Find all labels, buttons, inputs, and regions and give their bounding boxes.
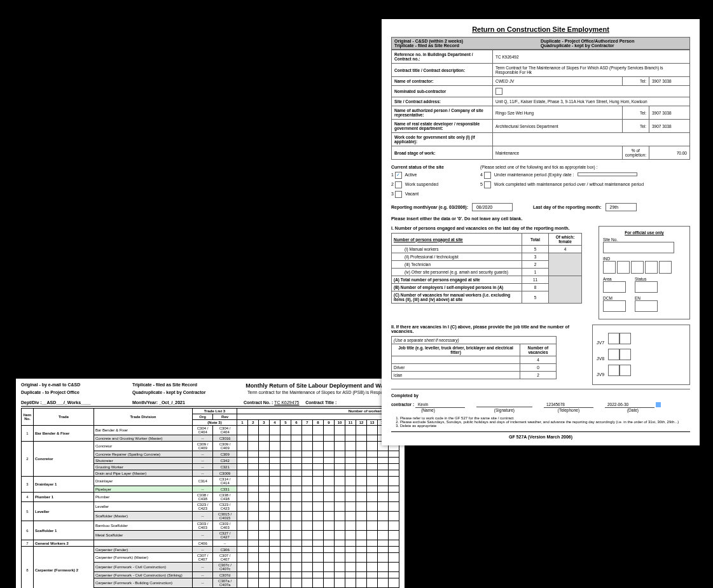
day-cell[interactable] (280, 540, 291, 547)
day-cell[interactable] (302, 540, 313, 547)
day-cell[interactable] (248, 512, 259, 521)
day-cell[interactable] (280, 435, 291, 442)
day-cell[interactable] (335, 521, 345, 531)
day-cell[interactable] (378, 477, 389, 486)
day-cell[interactable] (302, 458, 313, 464)
day-cell[interactable] (313, 451, 324, 458)
day-cell[interactable] (313, 477, 324, 486)
day-cell[interactable] (345, 572, 356, 578)
day-cell[interactable] (356, 578, 367, 588)
day-cell[interactable] (367, 464, 378, 470)
day-cell[interactable] (270, 572, 280, 578)
day-cell[interactable] (367, 578, 378, 588)
day-cell[interactable] (302, 464, 313, 470)
day-cell[interactable] (270, 426, 280, 435)
day-cell[interactable] (237, 464, 248, 470)
day-cell[interactable] (378, 547, 389, 553)
day-cell[interactable] (302, 553, 313, 563)
day-cell[interactable] (367, 442, 378, 451)
day-cell[interactable] (237, 572, 248, 578)
day-cell[interactable] (313, 493, 324, 502)
day-cell[interactable] (356, 426, 367, 435)
day-cell[interactable] (345, 470, 356, 477)
day-cell[interactable] (389, 464, 399, 470)
day-cell[interactable] (237, 470, 248, 477)
day-cell[interactable] (237, 578, 248, 588)
day-cell[interactable] (356, 470, 367, 477)
day-cell[interactable] (291, 572, 302, 578)
day-cell[interactable] (302, 442, 313, 451)
day-cell[interactable] (389, 521, 399, 531)
day-cell[interactable] (335, 458, 345, 464)
day-cell[interactable] (367, 540, 378, 547)
day-cell[interactable] (335, 531, 345, 540)
day-cell[interactable] (335, 493, 345, 502)
day-cell[interactable] (270, 521, 280, 531)
day-cell[interactable] (248, 442, 259, 451)
day-cell[interactable] (378, 521, 389, 531)
day-cell[interactable] (356, 563, 367, 572)
day-cell[interactable] (237, 486, 248, 493)
chk-susp[interactable] (395, 181, 402, 188)
comp-date[interactable]: 2022-06-30 (605, 402, 654, 408)
day-cell[interactable] (248, 470, 259, 477)
day-cell[interactable] (270, 442, 280, 451)
day-cell[interactable] (302, 502, 313, 512)
day-cell[interactable] (389, 493, 399, 502)
day-cell[interactable] (270, 553, 280, 563)
day-cell[interactable] (291, 451, 302, 458)
day-cell[interactable] (291, 470, 302, 477)
day-cell[interactable] (356, 493, 367, 502)
day-cell[interactable] (302, 470, 313, 477)
day-cell[interactable] (302, 512, 313, 521)
day-cell[interactable] (237, 512, 248, 521)
day-cell[interactable] (270, 563, 280, 572)
day-cell[interactable] (237, 540, 248, 547)
day-cell[interactable] (291, 458, 302, 464)
day-cell[interactable] (313, 486, 324, 493)
day-cell[interactable] (259, 578, 270, 588)
day-cell[interactable] (335, 563, 345, 572)
day-cell[interactable] (302, 493, 313, 502)
day-cell[interactable] (291, 547, 302, 553)
day-cell[interactable] (248, 547, 259, 553)
day-cell[interactable] (291, 435, 302, 442)
day-cell[interactable] (259, 470, 270, 477)
day-cell[interactable] (291, 442, 302, 451)
day-cell[interactable] (291, 521, 302, 531)
day-cell[interactable] (345, 464, 356, 470)
day-cell[interactable] (248, 563, 259, 572)
day-cell[interactable] (313, 563, 324, 572)
day-cell[interactable] (356, 442, 367, 451)
day-cell[interactable] (389, 540, 399, 547)
off-site-box[interactable] (603, 242, 674, 253)
day-cell[interactable] (248, 493, 259, 502)
day-cell[interactable] (356, 502, 367, 512)
day-cell[interactable] (324, 547, 335, 553)
calendar-icon[interactable] (656, 402, 661, 407)
day-cell[interactable] (367, 553, 378, 563)
day-cell[interactable] (313, 572, 324, 578)
day-cell[interactable] (291, 553, 302, 563)
day-cell[interactable] (335, 572, 345, 578)
expiry-input[interactable] (578, 172, 637, 176)
day-cell[interactable] (324, 451, 335, 458)
day-cell[interactable] (291, 563, 302, 572)
day-cell[interactable] (367, 512, 378, 521)
day-cell[interactable] (389, 553, 399, 563)
day-cell[interactable] (280, 547, 291, 553)
day-cell[interactable] (280, 578, 291, 588)
day-cell[interactable] (324, 477, 335, 486)
day-cell[interactable] (313, 547, 324, 553)
day-cell[interactable] (237, 435, 248, 442)
day-cell[interactable] (280, 426, 291, 435)
day-cell[interactable] (345, 521, 356, 531)
day-cell[interactable] (313, 553, 324, 563)
day-cell[interactable] (248, 553, 259, 563)
day-cell[interactable] (280, 502, 291, 512)
day-cell[interactable] (356, 486, 367, 493)
day-cell[interactable] (367, 547, 378, 553)
day-cell[interactable] (270, 486, 280, 493)
day-cell[interactable] (280, 470, 291, 477)
day-cell[interactable] (280, 531, 291, 540)
